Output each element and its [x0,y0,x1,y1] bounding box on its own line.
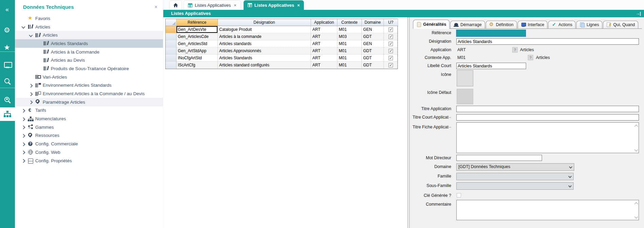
cell-domaine[interactable]: GEN [362,40,384,47]
rail-button[interactable] [0,3,15,18]
rail-button[interactable] [0,92,15,107]
properties-tab[interactable]: Définition [486,21,517,28]
cell-designation[interactable]: Articles standard configurés [218,62,311,69]
cell-designation[interactable]: Catalogue Produit [218,26,311,33]
home-tab[interactable] [169,0,182,10]
cell-designation[interactable]: Articles standards [218,40,311,47]
scroll-up-icon[interactable] [635,124,638,127]
chevron-icon[interactable] [21,142,26,146]
tree-item[interactable]: Articles [15,31,163,39]
cell-application[interactable]: ART [311,40,337,47]
cell-designation[interactable]: Articles Approvisionnés [218,47,311,55]
cell-reference[interactable]: Gen_ArtDesVte [176,26,218,33]
chevron-icon[interactable] [28,75,33,79]
document-tab[interactable]: Listes Applicatives × [184,0,241,10]
chevron-icon[interactable] [21,150,26,154]
chevron-icon[interactable] [28,33,33,38]
table-row[interactable]: Gen_ArticlesStd Articles standards ART M… [166,40,397,47]
tree-item[interactable]: Articles Standards [15,39,163,48]
cell-designation[interactable]: Articles Standards [218,55,311,62]
cell-domaine[interactable]: GEN [362,26,384,33]
tree-item[interactable]: Favoris [15,14,163,23]
cell-reference[interactable]: Gen_ArticlesStd [176,40,218,47]
cell-contexte[interactable]: M01 [337,40,362,47]
tab-close-icon[interactable]: × [296,3,300,8]
scroll-down-icon[interactable] [635,148,638,151]
tree-item[interactable]: Paramétrage Articles [15,98,163,106]
tree-item[interactable]: Produits de Sous-Traitance Opératoire [15,64,163,73]
properties-tab[interactable]: Généralités [413,20,450,29]
rail-button[interactable] [0,23,15,38]
scroll-down-icon[interactable] [635,215,638,219]
properties-tab[interactable]: Actions [548,21,576,28]
table-row[interactable]: Gen_ArticlesCde Articles à la commande A… [166,33,397,40]
chevron-icon[interactable] [21,133,26,138]
properties-tab[interactable]: Interface [518,21,548,28]
cell-contexte[interactable]: M01 [337,26,362,33]
tree-item[interactable]: Nomenclatures [15,115,163,123]
cell-domaine[interactable]: GDT [362,33,384,40]
chevron-icon[interactable] [21,24,26,29]
libelle-court-input[interactable] [456,63,526,69]
row-selector-cell[interactable] [166,47,176,55]
tree-item[interactable]: Environnement Articles Standards [15,81,163,90]
scroll-up-icon[interactable] [635,202,638,205]
sidebar-close-icon[interactable]: × [154,4,158,10]
cell-contexte[interactable]: M01 [337,47,362,55]
cell-designation[interactable]: Articles à la commande [218,33,311,40]
column-header-u[interactable]: U? [384,19,398,26]
chevron-icon[interactable] [28,100,33,104]
titre-application-input[interactable] [456,106,639,112]
column-header-domaine[interactable]: Domaine [362,19,384,26]
u-checkbox[interactable] [389,27,393,32]
column-header-contexte[interactable]: Contexte [337,19,362,26]
commentaire-textarea[interactable] [456,200,639,220]
cell-application[interactable]: ART [311,33,337,40]
cell-reference[interactable]: Gen_ArtStdApp [176,47,218,55]
tree-item[interactable]: Vari-Articles [15,73,163,81]
designation-input[interactable] [456,38,639,45]
u-checkbox[interactable] [389,56,393,60]
tree-item[interactable]: Tarifs [15,106,163,115]
chevron-icon[interactable] [21,125,26,129]
rail-button[interactable] [0,58,15,72]
chevron-icon[interactable] [21,16,26,21]
famille-select[interactable] [456,173,574,180]
table-row[interactable]: Gen_ArtDesVte Catalogue Produit ART M01 … [166,26,397,33]
pin-panel-icon[interactable]: →| [636,11,641,16]
row-selector-cell[interactable] [166,26,176,33]
column-header-designation[interactable]: Désignation [218,19,311,26]
tree-item[interactable]: Ressources [15,131,163,140]
domaine-select[interactable]: [GDT] Données Techniques [456,163,574,171]
titre-fiche-textarea[interactable] [456,122,639,153]
cell-application[interactable]: ART [311,47,337,55]
mot-directeur-input[interactable] [456,155,542,161]
cle-generee-checkbox[interactable] [457,193,461,198]
row-selector-cell[interactable] [166,62,176,69]
cell-application[interactable]: ART [311,55,337,62]
u-checkbox[interactable] [389,35,393,39]
properties-tab[interactable]: Qui, Quand [603,21,638,28]
reference-input[interactable] [456,30,526,37]
cell-reference[interactable]: Gen_ArticlesCde [176,33,218,40]
cell-contexte[interactable]: M01 [337,55,362,62]
rail-button[interactable] [0,41,15,56]
rail-button[interactable] [0,74,15,89]
cell-application[interactable]: ART [311,26,337,33]
table-row[interactable]: INoCfgArtStd Articles Standards ART M01 … [166,55,397,62]
cell-domaine[interactable]: GDT [362,55,384,62]
help-button[interactable]: ? [512,47,518,53]
row-selector-cell[interactable] [166,40,176,47]
cell-contexte[interactable]: M03 [337,33,362,40]
column-header-application[interactable]: Application [311,19,337,26]
tree-item[interactable]: Config. Web [15,148,163,157]
cell-contexte[interactable]: M01 [337,62,362,69]
chevron-icon[interactable] [28,83,33,88]
chevron-icon[interactable] [21,158,26,163]
u-checkbox[interactable] [389,63,393,67]
chevron-icon[interactable] [21,117,26,121]
chevron-icon[interactable] [21,108,26,113]
cell-domaine[interactable]: GDT [362,47,384,55]
cell-reference[interactable]: IScArtCfg [176,62,218,69]
tab-close-icon[interactable]: × [233,3,236,8]
